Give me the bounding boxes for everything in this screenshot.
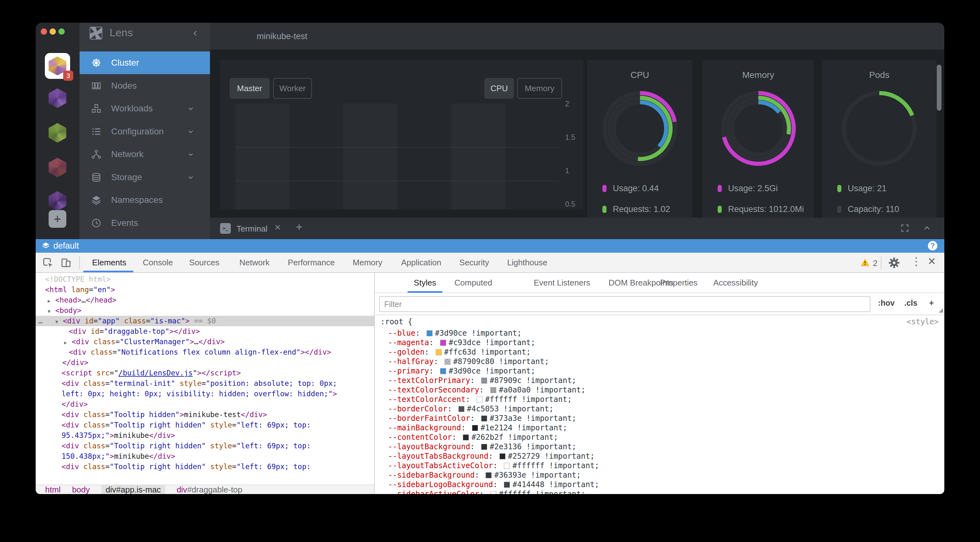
color-swatch[interactable] [477, 396, 483, 403]
breadcrumb-item[interactable]: div#draggable-top [177, 485, 242, 494]
breadcrumb-item[interactable]: body [72, 485, 90, 494]
sidebar-item-events[interactable]: Events [80, 212, 210, 235]
color-swatch[interactable] [481, 378, 487, 384]
class-toggle[interactable]: .cls [904, 298, 918, 307]
chevron-down-icon[interactable] [186, 127, 195, 136]
cluster-tab-title[interactable]: minikube-test [257, 32, 307, 41]
css-property[interactable]: --layoutBackground: #2e3136 !important; [375, 442, 944, 452]
css-property[interactable]: --borderFaintColor: #373a3e !important; [375, 414, 944, 423]
color-swatch[interactable] [426, 330, 433, 336]
sidebar-item-workloads[interactable]: Workloads [80, 97, 210, 120]
close-icon[interactable]: × [928, 254, 936, 269]
css-property[interactable]: --layoutTabsBackground: #252729 !importa… [375, 452, 944, 461]
dom-tree-node[interactable]: …▼<div id="app" class="is-mac"> == $0 [36, 316, 374, 326]
terminal-expand-icon[interactable] [900, 223, 910, 234]
color-swatch[interactable] [458, 406, 465, 412]
tab-console[interactable]: Console [143, 253, 173, 272]
cluster-tile[interactable] [49, 158, 66, 177]
cluster-tile[interactable] [49, 191, 66, 211]
color-swatch[interactable] [436, 349, 442, 355]
dom-tree-node[interactable]: <div class="Notifications flex column al… [36, 347, 374, 357]
css-property[interactable]: --textColorSecondary: #a0a0a0 !important… [375, 385, 944, 395]
color-swatch[interactable] [500, 453, 506, 460]
styles-tab-event-listeners[interactable]: Event Listeners [534, 273, 590, 292]
css-property[interactable]: --golden: #ffc63d !important; [375, 347, 944, 357]
dom-tree-node[interactable]: <!DOCTYPE html> [36, 274, 374, 285]
dashboard-scrollbar[interactable] [937, 65, 942, 111]
dom-tree-node[interactable]: </div> [36, 399, 374, 409]
sidebar-item-nodes[interactable]: Nodes [80, 74, 210, 97]
styles-filter-input[interactable] [379, 296, 870, 312]
terminal-close-icon[interactable]: × [275, 222, 281, 233]
chevron-down-icon[interactable] [186, 104, 195, 113]
chevron-down-icon[interactable] [186, 173, 195, 182]
color-swatch[interactable] [481, 415, 487, 422]
add-cluster-button[interactable]: + [49, 210, 66, 228]
dom-tree-node[interactable]: ▼<body> [36, 305, 374, 316]
sidebar-collapse-icon[interactable]: ‹ [193, 26, 197, 40]
tab-network[interactable]: Network [239, 253, 269, 272]
chevron-down-icon[interactable] [186, 150, 195, 159]
terminal-collapse-icon[interactable] [922, 223, 932, 234]
metric-tab-memory[interactable]: Memory [517, 78, 562, 99]
gear-icon[interactable] [888, 257, 900, 269]
tab-memory[interactable]: Memory [353, 253, 382, 272]
elements-tree-panel[interactable]: <!DOCTYPE html><html lang="en">▶<head>…<… [36, 273, 374, 485]
sidebar-item-namespaces[interactable]: Namespaces [80, 189, 210, 211]
tab-elements[interactable]: Elements [92, 253, 126, 272]
close-window-button[interactable] [41, 29, 47, 35]
dom-tree-node[interactable]: left: 0px; height: 0px; visibility: hidd… [36, 389, 374, 399]
dom-tree-node[interactable]: 150.438px;">minikube</div> [36, 451, 374, 461]
css-property[interactable]: --layoutTabsActiveColor: #ffffff !import… [375, 461, 944, 471]
cluster-tile[interactable] [49, 88, 66, 108]
console-warnings[interactable]: 2 [860, 257, 877, 269]
color-swatch[interactable] [440, 340, 446, 346]
sidebar-item-configuration[interactable]: Configuration [80, 120, 210, 143]
color-swatch[interactable] [472, 425, 478, 431]
breadcrumb-item-selected[interactable]: div#app.is-mac [101, 485, 165, 494]
dom-tree-node[interactable]: <script src="/build/LensDev.js"></script… [36, 368, 374, 378]
device-toolbar-icon[interactable] [60, 257, 72, 268]
css-property[interactable]: --textColorPrimary: #87909c !important; [375, 376, 944, 385]
cluster-tile[interactable] [49, 123, 66, 143]
color-swatch[interactable] [440, 368, 446, 374]
styles-tab-properties[interactable]: Properties [660, 273, 698, 292]
inspect-element-icon[interactable] [42, 257, 54, 268]
styles-tab-accessibility[interactable]: Accessibility [713, 273, 758, 292]
css-property[interactable]: --magenta: #c93dce !important; [375, 338, 944, 347]
kebab-menu-icon[interactable]: ⋮ [911, 255, 921, 268]
sidebar-item-storage[interactable]: Storage [80, 166, 210, 189]
breadcrumb-item[interactable]: html [45, 485, 60, 494]
sidebar-item-network[interactable]: Network [80, 143, 210, 166]
css-property[interactable]: --sidebarActiveColor: #ffffff !important… [375, 489, 944, 494]
dom-tree-node[interactable]: <div class="Tooltip right hidden" style=… [36, 461, 374, 472]
css-property[interactable]: --sidebarLogoBackground: #414448 !import… [375, 480, 944, 489]
css-selector[interactable]: :root { [380, 317, 412, 326]
color-swatch[interactable] [481, 444, 487, 450]
tab-performance[interactable]: Performance [288, 253, 335, 272]
dom-tree-node[interactable]: </div> [36, 357, 374, 368]
tab-security[interactable]: Security [460, 253, 489, 272]
color-swatch[interactable] [490, 491, 496, 494]
tab-application[interactable]: Application [401, 253, 441, 272]
color-swatch[interactable] [444, 359, 450, 365]
pseudo-state-toggle[interactable]: :hov [878, 298, 895, 307]
cluster-tile-active[interactable]: 3 [45, 53, 70, 79]
color-swatch[interactable] [490, 387, 496, 393]
terminal-add-icon[interactable]: + [296, 220, 302, 234]
node-tab-worker[interactable]: Worker [273, 78, 312, 99]
dom-tree-node[interactable]: ▶<head>…</head> [36, 295, 374, 305]
tab-lighthouse[interactable]: Lighthouse [507, 253, 547, 272]
css-property[interactable]: --sidebarBackground: #36393e !important; [375, 471, 944, 480]
color-swatch[interactable] [485, 472, 492, 478]
tab-sources[interactable]: Sources [189, 253, 219, 272]
color-swatch[interactable] [463, 434, 469, 441]
new-style-rule-button[interactable]: + [929, 298, 934, 307]
css-property[interactable]: --primary: #3d90ce !important; [375, 366, 944, 376]
dom-tree-node[interactable]: <div class="Tooltip right hidden" style=… [36, 420, 374, 430]
styles-tab-styles[interactable]: Styles [414, 273, 436, 292]
dom-tree-node[interactable]: <div class="Tooltip right hidden" style=… [36, 441, 374, 451]
node-tab-master[interactable]: Master [229, 78, 270, 99]
dom-tree-node[interactable]: <html lang="en"> [36, 285, 374, 295]
dom-tree-node[interactable]: 95.4375px;">minikube</div> [36, 430, 374, 441]
